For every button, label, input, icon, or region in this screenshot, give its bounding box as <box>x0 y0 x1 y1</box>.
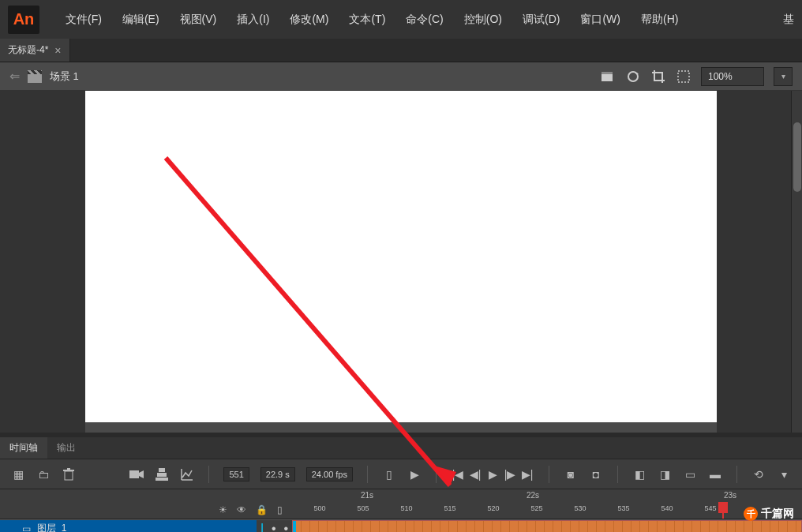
svg-marker-10 <box>139 470 144 478</box>
layer-depth-icon[interactable] <box>155 467 169 481</box>
time-label: 21s <box>361 491 373 500</box>
frame-number: 505 <box>357 504 369 512</box>
watermark: 千 千篇网 <box>744 507 794 521</box>
graph-icon[interactable] <box>180 467 194 481</box>
layer-lock-dot[interactable]: • <box>272 522 276 533</box>
frame-number: 545 <box>704 504 716 512</box>
insert-frame-icon[interactable]: ▭ <box>683 467 697 481</box>
frame-number: 500 <box>313 504 325 512</box>
new-folder-icon[interactable]: 🗀 <box>36 467 51 481</box>
document-tab[interactable]: 无标题-4* × <box>0 39 70 62</box>
panel-tab-bar: 时间轴 输出 <box>0 437 802 459</box>
crop-tool-icon[interactable] <box>650 69 666 84</box>
edit-scene-icon[interactable] <box>600 69 616 84</box>
layer-header-controls: ☀ 👁 🔒 ▯ <box>0 489 292 519</box>
svg-rect-12 <box>157 473 167 477</box>
menu-command[interactable]: 命令(C) <box>395 13 453 27</box>
svg-rect-11 <box>159 468 165 472</box>
timeline-ruler: ☀ 👁 🔒 ▯ 21s 22s 23s 500 505 510 515 520 … <box>0 489 802 519</box>
tab-close-icon[interactable]: × <box>54 44 61 57</box>
camera-icon[interactable] <box>129 467 144 481</box>
current-time: 22.9 s <box>260 467 295 481</box>
zoom-level-input[interactable]: 100% <box>701 67 764 86</box>
layer-selection-edge <box>293 521 296 532</box>
onion-skin-icon[interactable]: ◙ <box>564 467 578 481</box>
highlight-layer-icon[interactable]: ☀ <box>219 504 227 515</box>
menu-modify[interactable]: 修改(M) <box>279 13 339 27</box>
menu-insert[interactable]: 插入(I) <box>227 13 279 27</box>
next-frame-icon[interactable]: |▶ <box>503 467 517 481</box>
back-arrow-icon[interactable]: ⇐ <box>9 69 20 84</box>
playhead[interactable] <box>718 502 728 513</box>
layer-name: 图层_1 <box>37 522 66 532</box>
frame-number: 530 <box>574 504 586 512</box>
ruler-track[interactable]: 21s 22s 23s 500 505 510 515 520 525 530 … <box>292 489 802 519</box>
tab-title: 无标题-4* <box>8 43 48 57</box>
clip-content-icon[interactable] <box>676 69 691 84</box>
menu-file[interactable]: 文件(F) <box>55 13 112 27</box>
onion-outline-icon[interactable]: ◘ <box>589 467 603 481</box>
menu-debug[interactable]: 调试(D) <box>512 13 570 27</box>
scene-clapper-icon[interactable] <box>28 70 42 83</box>
time-label: 23s <box>724 491 736 500</box>
tab-timeline[interactable]: 时间轴 <box>0 437 47 459</box>
stage-canvas[interactable] <box>85 91 717 422</box>
layer-frame-track[interactable] <box>292 520 802 532</box>
svg-rect-7 <box>63 470 74 471</box>
current-frame[interactable]: 551 <box>223 467 249 481</box>
insert-blank-keyframe-icon[interactable]: ◨ <box>658 467 672 481</box>
visibility-icon[interactable]: 👁 <box>237 504 246 515</box>
timeline-toolbar: ▦ 🗀 551 22.9 s 24.00 fps ▯ ▶ |◀ ◀| ▶ |▶ … <box>0 459 802 489</box>
app-logo: An <box>8 6 39 34</box>
timeline-menu-icon[interactable]: ▾ <box>777 467 791 481</box>
play-button-icon[interactable]: ▶ <box>485 467 500 481</box>
lock-icon[interactable]: 🔒 <box>256 504 268 515</box>
prev-frame-icon[interactable]: ◀| <box>468 467 482 481</box>
frame-number: 540 <box>661 504 673 512</box>
fps[interactable]: 24.00 fps <box>306 467 353 481</box>
insert-keyframe-icon[interactable]: ◧ <box>632 467 646 481</box>
delete-layer-icon[interactable] <box>62 467 76 481</box>
menu-view[interactable]: 视图(V) <box>170 13 227 27</box>
layer-visible-dot[interactable]: | <box>260 522 264 533</box>
watermark-badge: 千 <box>744 507 758 521</box>
layer-name-cell[interactable]: ▭ 图层_1 <box>0 520 257 532</box>
scrollbar-thumb[interactable] <box>793 122 801 192</box>
frame-number: 535 <box>617 504 629 512</box>
watermark-text: 千篇网 <box>761 507 794 521</box>
last-frame-icon[interactable]: ▶| <box>520 467 534 481</box>
menu-text[interactable]: 文本(T) <box>339 13 395 27</box>
rotate-tool-icon[interactable] <box>625 69 641 84</box>
svg-rect-3 <box>678 71 689 82</box>
frame-number: 515 <box>444 504 455 512</box>
menu-edit[interactable]: 编辑(E) <box>112 13 170 27</box>
outline-icon[interactable]: ▯ <box>277 504 283 515</box>
loop-marker-icon[interactable]: ▯ <box>382 467 396 481</box>
svg-rect-13 <box>156 478 168 481</box>
remove-frame-icon[interactable]: ▬ <box>708 467 722 481</box>
play-icon[interactable]: ▶ <box>407 467 422 481</box>
menu-window[interactable]: 窗口(W) <box>570 13 631 27</box>
frame-number: 510 <box>400 504 412 512</box>
stage-pasteboard-left <box>0 91 85 433</box>
vertical-scrollbar[interactable] <box>791 91 802 433</box>
menu-help[interactable]: 帮助(H) <box>631 13 688 27</box>
menu-control[interactable]: 控制(O) <box>454 13 512 27</box>
frame-number: 525 <box>530 504 542 512</box>
svg-rect-8 <box>67 468 70 470</box>
svg-rect-1 <box>602 72 613 74</box>
menu-bar: An 文件(F) 编辑(E) 视图(V) 插入(I) 修改(M) 文本(T) 命… <box>0 0 802 39</box>
new-layer-icon[interactable]: ▦ <box>11 467 25 481</box>
zoom-dropdown-icon[interactable]: ▾ <box>774 67 793 86</box>
time-label: 22s <box>527 491 539 500</box>
svg-rect-0 <box>602 73 613 81</box>
stage-pasteboard-right <box>717 91 791 433</box>
timeline-options-icon[interactable]: ⟲ <box>751 467 766 481</box>
tab-output[interactable]: 输出 <box>47 437 85 459</box>
svg-rect-6 <box>65 471 73 480</box>
layer-type-icon: ▭ <box>22 523 31 533</box>
frame-number: 520 <box>487 504 499 512</box>
layer-row[interactable]: ▭ 图层_1 | • • <box>0 519 802 532</box>
first-frame-icon[interactable]: |◀ <box>451 467 465 481</box>
layer-outline-dot[interactable]: • <box>283 522 288 533</box>
